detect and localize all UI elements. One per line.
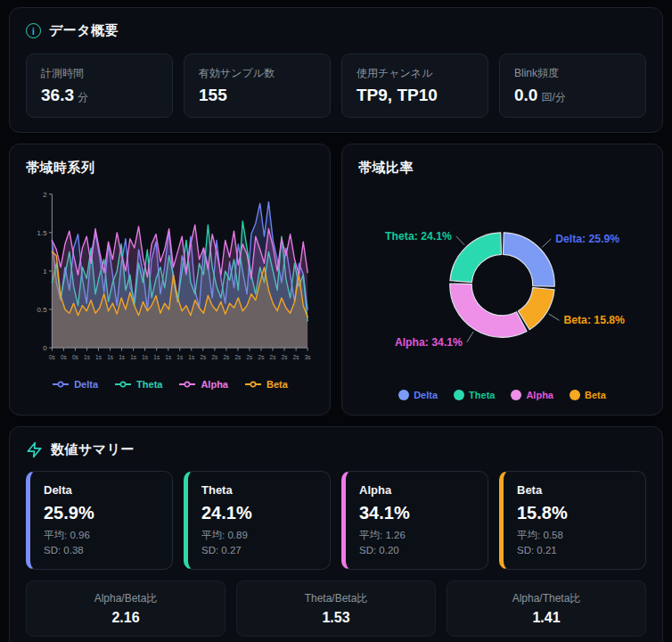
svg-text:1s: 1s <box>165 354 171 360</box>
summary-panel: 数値サマリー Delta 25.9% 平均: 0.96 SD: 0.38 The… <box>9 426 663 642</box>
ratio-label: Alpha/Beta比 <box>36 591 216 606</box>
svg-text:1s: 1s <box>142 354 148 360</box>
legend-line-marker-icon <box>244 381 262 388</box>
donut-legend: DeltaThetaAlphaBeta <box>358 390 646 400</box>
stat-value: TP9, TP10 <box>356 86 473 105</box>
summary-title: 数値サマリー <box>51 441 135 458</box>
stat-card-channels: 使用チャンネル TP9, TP10 <box>341 54 488 118</box>
stat-value: 0.0回/分 <box>514 86 631 105</box>
band-name: Delta <box>44 483 159 497</box>
donut-slice-delta[interactable] <box>503 233 554 286</box>
stat-label: 計測時間 <box>41 66 158 81</box>
svg-text:0s: 0s <box>49 354 55 360</box>
donut-slice-theta[interactable] <box>450 233 502 283</box>
ratio-value: 1.41 <box>456 610 636 626</box>
svg-text:1s: 1s <box>188 354 194 360</box>
svg-text:Delta: 25.9%: Delta: 25.9% <box>555 233 619 245</box>
svg-text:2s: 2s <box>293 354 299 360</box>
timeseries-legend-item-delta[interactable]: Delta <box>52 379 98 390</box>
band-mean: 平均: 0.58 <box>517 528 632 543</box>
svg-text:Alpha: 34.1%: Alpha: 34.1% <box>395 336 463 349</box>
band-percentage: 15.8% <box>517 503 632 523</box>
legend-dot-icon <box>398 390 409 400</box>
zap-icon <box>26 441 43 458</box>
svg-text:Beta: 15.8%: Beta: 15.8% <box>563 314 625 326</box>
svg-text:2s: 2s <box>258 354 265 360</box>
donut-slice-beta[interactable] <box>518 288 554 330</box>
svg-text:1.5: 1.5 <box>37 229 48 237</box>
donut-legend-item-beta[interactable]: Beta <box>570 390 606 400</box>
stat-unit: 分 <box>78 91 88 103</box>
legend-dot-icon <box>454 390 464 400</box>
legend-dot-icon <box>570 390 580 400</box>
band-name: Theta <box>201 483 316 497</box>
svg-text:2s: 2s <box>224 354 230 360</box>
svg-text:1s: 1s <box>84 354 90 360</box>
band-card-alpha: Alpha 34.1% 平均: 1.26 SD: 0.20 <box>341 471 488 570</box>
donut-chart[interactable]: Delta: 25.9%Beta: 15.8%Alpha: 34.1%Theta… <box>358 185 646 386</box>
timeseries-legend-item-theta[interactable]: Theta <box>114 379 162 390</box>
ratio-value: 1.53 <box>246 610 426 626</box>
svg-text:2s: 2s <box>211 354 217 360</box>
ratio-card-alpha-theta: Alpha/Theta比 1.41 <box>447 580 646 637</box>
donut-slice-alpha[interactable] <box>450 284 527 337</box>
svg-text:0s: 0s <box>61 354 67 360</box>
svg-text:1s: 1s <box>176 354 183 360</box>
svg-text:1s: 1s <box>153 354 160 360</box>
svg-text:2s: 2s <box>247 354 253 360</box>
ratio-card-alpha-beta: Alpha/Beta比 2.16 <box>26 580 225 637</box>
stat-label: Blink頻度 <box>514 66 631 81</box>
band-percentage: 24.1% <box>201 503 316 523</box>
band-name: Beta <box>517 483 632 497</box>
svg-text:Theta: 24.1%: Theta: 24.1% <box>385 230 452 243</box>
donut-legend-item-delta[interactable]: Delta <box>398 390 438 400</box>
svg-text:1s: 1s <box>95 354 102 360</box>
stat-number: 0.0 <box>514 86 537 104</box>
band-mean: 平均: 0.96 <box>44 528 159 543</box>
band-card-theta: Theta 24.1% 平均: 0.89 SD: 0.27 <box>184 471 331 570</box>
svg-text:1s: 1s <box>130 354 136 360</box>
svg-text:1s: 1s <box>107 354 113 360</box>
stat-number: 36.3 <box>41 86 74 104</box>
timeseries-legend-item-alpha[interactable]: Alpha <box>178 379 228 390</box>
band-sd: SD: 0.27 <box>201 543 316 558</box>
overview-header: i データ概要 <box>26 22 646 39</box>
legend-line-marker-icon <box>52 381 70 388</box>
band-sd: SD: 0.38 <box>44 543 159 558</box>
donut-svg[interactable]: Delta: 25.9%Beta: 15.8%Alpha: 34.1%Theta… <box>358 185 646 383</box>
timeseries-legend-item-beta[interactable]: Beta <box>244 379 288 390</box>
svg-text:0.5: 0.5 <box>37 306 48 314</box>
timeseries-legend: DeltaThetaAlphaBeta <box>26 379 314 390</box>
svg-text:0s: 0s <box>72 354 78 360</box>
ratio-title: 帯域比率 <box>358 160 414 177</box>
band-name: Alpha <box>359 483 474 497</box>
band-percentage: 34.1% <box>359 503 474 523</box>
svg-text:2s: 2s <box>235 354 242 360</box>
svg-text:2s: 2s <box>270 354 276 360</box>
timeseries-title: 帯域時系列 <box>26 160 95 177</box>
timeseries-svg[interactable]: 00.511.520s0s0s1s1s1s1s1s1s1s1s1s1s2s2s2… <box>26 185 314 372</box>
info-icon: i <box>26 23 41 38</box>
overview-title: データ概要 <box>49 22 119 39</box>
stat-number: 155 <box>199 86 227 104</box>
donut-legend-item-theta[interactable]: Theta <box>454 390 495 400</box>
timeseries-chart[interactable]: 00.511.520s0s0s1s1s1s1s1s1s1s1s1s1s2s2s2… <box>26 185 314 375</box>
band-card-delta: Delta 25.9% 平均: 0.96 SD: 0.38 <box>26 471 173 570</box>
svg-text:3s: 3s <box>305 354 311 360</box>
band-card-beta: Beta 15.8% 平均: 0.58 SD: 0.21 <box>499 471 646 570</box>
svg-text:1: 1 <box>43 268 46 276</box>
donut-legend-item-alpha[interactable]: Alpha <box>511 390 553 400</box>
stat-value: 36.3分 <box>41 86 158 105</box>
band-sd: SD: 0.21 <box>517 543 632 558</box>
summary-header: 数値サマリー <box>26 441 646 458</box>
stat-card-blink: Blink頻度 0.0回/分 <box>499 54 646 118</box>
stats-row: 計測時間 36.3分 有効サンプル数 155 使用チャンネル TP9, TP10… <box>26 54 646 118</box>
band-mean: 平均: 0.89 <box>201 528 316 543</box>
bands-row: Delta 25.9% 平均: 0.96 SD: 0.38 Theta 24.1… <box>26 471 646 570</box>
timeseries-panel: 帯域時系列 00.511.520s0s0s1s1s1s1s1s1s1s1s1s1… <box>9 144 331 416</box>
overview-panel: i データ概要 計測時間 36.3分 有効サンプル数 155 使用チャンネル T… <box>9 7 663 133</box>
stat-card-samples: 有効サンプル数 155 <box>184 54 331 118</box>
stat-value: 155 <box>199 86 316 105</box>
stat-label: 使用チャンネル <box>356 66 473 81</box>
stat-number: TP9, TP10 <box>356 86 438 104</box>
